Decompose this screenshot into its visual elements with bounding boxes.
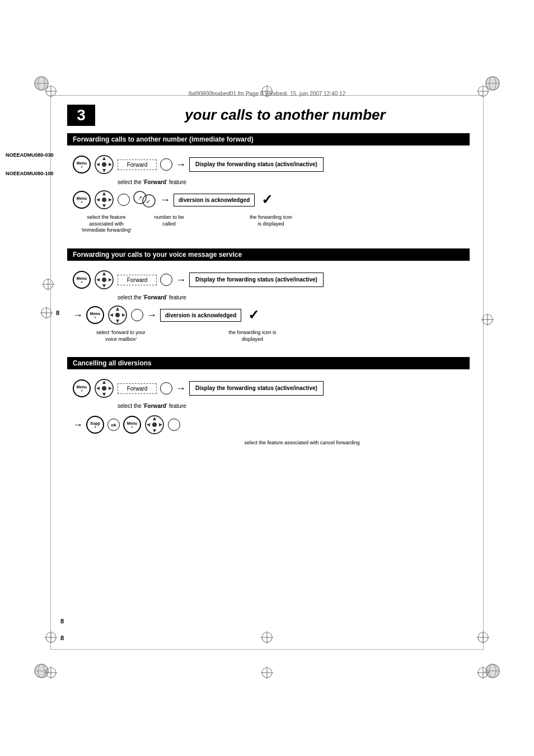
arrow-s2-2: → xyxy=(147,309,157,321)
svg-marker-41 xyxy=(116,307,119,311)
display-screen-1: Forward xyxy=(118,159,157,170)
menu-button-2[interactable]: Menu ● xyxy=(73,191,91,209)
label-fwd-icon-2: the forwarding icon is displayed xyxy=(227,330,278,342)
globe-mark-top-left xyxy=(34,76,49,93)
reg-mark-lower-right xyxy=(477,666,489,680)
step-area-3: Menu ● Forward xyxy=(67,375,470,453)
svg-text:↙: ↙ xyxy=(146,198,151,204)
supp-label: Supp xyxy=(90,421,100,425)
noee-label-1: NOEEADMU080-030 xyxy=(6,152,54,158)
nav-cross-s3-1 xyxy=(94,378,114,398)
supp-button[interactable]: Supp ● xyxy=(86,416,104,434)
ok-circle-group-2 xyxy=(118,194,130,206)
svg-marker-53 xyxy=(153,417,156,420)
nav-cross-s2-1 xyxy=(94,270,114,290)
svg-marker-35 xyxy=(102,272,106,275)
nav-cross-s2-2 xyxy=(107,305,128,325)
svg-marker-48 xyxy=(102,393,106,396)
reg-mark-right-mid xyxy=(481,313,494,327)
svg-marker-49 xyxy=(96,387,100,390)
diversion-box-2: diversion is acknowledged xyxy=(160,309,241,322)
menu-button-s3-2[interactable]: Menu ● xyxy=(123,416,141,434)
globe-mark-top-right xyxy=(485,76,500,93)
menu-button-1[interactable]: Menu ● xyxy=(73,156,91,173)
menu-icon-s2-2: Menu ● xyxy=(86,306,104,324)
step-row-2-2: → Menu ● xyxy=(73,305,464,325)
section-cancel: Cancelling all diversions Menu ● xyxy=(67,357,470,453)
nav-cross-icon-2[interactable] xyxy=(94,190,114,210)
svg-point-39 xyxy=(102,278,106,282)
menu-button-s2-1[interactable]: Menu ● xyxy=(73,271,91,289)
svg-marker-36 xyxy=(102,284,106,288)
ok-circle-s2-1[interactable] xyxy=(160,274,172,286)
labels-row2: select the feature associated with 'imme… xyxy=(78,214,464,234)
reg-mark-section2-left xyxy=(42,278,54,290)
svg-marker-16 xyxy=(102,157,106,160)
label-s3-row2: select the feature associated with cance… xyxy=(140,439,464,447)
ok-circle-s3-3[interactable] xyxy=(168,419,180,431)
reg-mark-bottom-left xyxy=(45,631,57,645)
noee-label-2: NOEEADMU080-100 xyxy=(6,171,54,176)
section-header-3: Cancelling all diversions xyxy=(67,357,470,369)
nav-cross-icon-s3-1[interactable] xyxy=(94,378,114,398)
result-box-1: Display the forwarding status (active/in… xyxy=(189,157,324,172)
diversion-box-1: diversion is acknowledged xyxy=(174,194,255,206)
label-immediate-feature: select the feature associated with 'imme… xyxy=(78,214,134,234)
chapter-title: your calls to another number xyxy=(101,104,470,126)
step-row-1-2: Menu ● xyxy=(73,190,464,210)
file-stamp: 8al90800bsabed01.fm Page 8 Vendredi, 15.… xyxy=(189,91,345,97)
reg-mark-bottom-center xyxy=(261,631,273,645)
label-s3-row1: select the 'Forward' feature xyxy=(118,403,464,409)
step-row-3-1: Menu ● Forward xyxy=(73,378,464,398)
menu-dot-2: ● xyxy=(81,200,83,204)
menu-button-s2-2[interactable]: Menu ● xyxy=(86,306,104,324)
arrow-s3-2-pre: → xyxy=(73,419,83,431)
nav-cross-icon-s2-2[interactable] xyxy=(107,305,128,325)
svg-marker-38 xyxy=(109,278,112,281)
nav-cross-icon-1[interactable] xyxy=(94,154,114,175)
supp-dot: ● xyxy=(94,425,96,429)
labels-s2-row2: select 'forward to your voice mailbox' t… xyxy=(93,330,464,342)
svg-marker-54 xyxy=(153,429,156,433)
svg-marker-19 xyxy=(109,163,112,166)
display-screen-group-1: Forward xyxy=(118,159,157,170)
ok-circle-s3-2[interactable]: ok xyxy=(107,419,120,431)
chapter-number: 3 xyxy=(67,105,95,126)
menu-icon-s3-2: Menu ● xyxy=(123,416,141,434)
svg-marker-42 xyxy=(116,320,119,323)
arrow-s3-1: → xyxy=(176,383,186,395)
page-container: 8al90800bsabed01.fm Page 8 Vendredi, 15.… xyxy=(0,0,534,756)
reg-mark-left-mid xyxy=(40,307,53,319)
reg-mark-lower-center xyxy=(261,666,273,680)
ok-circle-s2-2[interactable] xyxy=(131,309,143,321)
section2-side-marker xyxy=(42,278,54,290)
reg-mark-left-mid-group: 8 xyxy=(40,307,59,319)
menu-dot-1: ● xyxy=(81,165,83,168)
ok-circle-s3-1[interactable] xyxy=(160,382,172,395)
checkmark-2: ✓ xyxy=(248,307,259,323)
menu-icon-s3-1: Menu ● xyxy=(73,379,91,397)
menu-button-s3-1[interactable]: Menu ● xyxy=(73,379,91,397)
display-screen-s2: Forward xyxy=(118,275,157,285)
label-row1-1: select the 'Forward' feature xyxy=(118,179,464,185)
svg-marker-47 xyxy=(102,381,106,384)
result-text-1: Display the forwarding status (active/in… xyxy=(195,161,317,167)
arrow-s2-1: → xyxy=(176,274,186,286)
arrow-1: → xyxy=(176,159,186,171)
label-fwd-icon-1: the forwarding icon is displayed xyxy=(249,214,293,234)
step-row-3-2: → Supp ● ok Menu ● xyxy=(73,415,464,435)
svg-marker-43 xyxy=(110,313,113,317)
step-row-1-1: Menu ● xyxy=(73,154,464,175)
nav-cross-icon-s3-2[interactable] xyxy=(144,415,165,435)
svg-marker-24 xyxy=(96,198,100,201)
section-header-1: Forwarding calls to another number (imme… xyxy=(67,133,470,145)
supp-icon-group: Supp ● xyxy=(86,416,104,434)
checkmark-1: ✓ xyxy=(261,192,273,208)
label-voice-mailbox: select 'forward to your voice mailbox' xyxy=(93,330,149,342)
content-area: 3 your calls to another number Forwardin… xyxy=(67,104,470,461)
nav-cross-icon-s2-1[interactable] xyxy=(94,270,114,290)
ok-circle-1[interactable] xyxy=(160,158,172,171)
ok-circle-2[interactable] xyxy=(118,194,130,206)
label-s2-row1: select the 'Forward' feature xyxy=(118,294,464,300)
reg-mark-lower-left xyxy=(45,666,57,680)
